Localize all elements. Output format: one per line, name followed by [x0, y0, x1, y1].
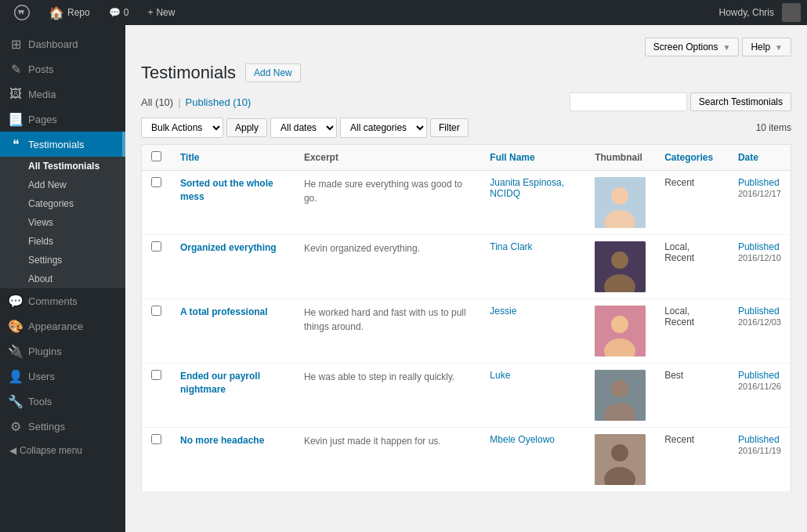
add-new-button[interactable]: Add New: [245, 63, 301, 82]
row-excerpt: He was able to step in really quickly.: [304, 371, 455, 382]
row-title-link[interactable]: A total professional: [180, 306, 285, 319]
help-button[interactable]: Help ▼: [742, 38, 791, 56]
row-excerpt: He made sure everything was good to go.: [304, 179, 462, 204]
row-date: 2016/11/26: [738, 382, 781, 391]
submenu-fields[interactable]: Fields: [0, 232, 125, 251]
row-excerpt: He worked hard and fast with us to pull …: [304, 307, 466, 332]
row-thumbnail-cell: [585, 171, 655, 235]
actions-bar: Bulk Actions Apply All dates All categor…: [141, 118, 791, 138]
row-title-link[interactable]: Ended our payroll nightmare: [180, 370, 285, 396]
row-categories-cell: Best: [655, 364, 729, 428]
sidebar-item-comments[interactable]: 💬 Comments: [0, 288, 125, 313]
row-date: 2016/11/19: [738, 446, 781, 455]
user-avatar[interactable]: [782, 3, 801, 22]
apply-button[interactable]: Apply: [226, 118, 267, 137]
row-excerpt-cell: He was able to step in really quickly.: [295, 364, 480, 428]
col-excerpt: Excerpt: [295, 145, 480, 171]
row-checkbox-cell: [142, 235, 172, 299]
table-header-row: Title Excerpt Full Name Thumbnail Catego…: [142, 145, 791, 171]
check-all-checkbox[interactable]: [151, 151, 161, 161]
filter-button[interactable]: Filter: [430, 118, 469, 137]
row-status: Published: [738, 177, 780, 188]
row-fullname[interactable]: Luke: [490, 370, 510, 381]
row-title-link[interactable]: Sorted out the whole mess: [180, 177, 285, 204]
submenu-all-testimonials[interactable]: All Testimonials: [0, 157, 125, 176]
screen-options-button[interactable]: Screen Options ▼: [645, 38, 740, 56]
row-checkbox[interactable]: [151, 241, 161, 252]
page-title: Testimonials: [141, 63, 236, 83]
new-content-button[interactable]: + New: [139, 0, 183, 25]
row-excerpt-cell: Kevin just made it happen for us.: [295, 428, 480, 492]
row-fullname[interactable]: Tina Clark: [490, 241, 532, 252]
settings-icon: ⚙: [9, 420, 22, 432]
filter-all[interactable]: All (10): [141, 96, 173, 108]
sidebar-item-plugins[interactable]: 🔌 Plugins: [0, 338, 125, 364]
table-row: A total professional He worked hard and …: [142, 299, 791, 364]
col-categories[interactable]: Categories: [655, 145, 729, 171]
sidebar-item-settings[interactable]: ⚙ Settings: [0, 414, 125, 439]
help-chevron: ▼: [775, 43, 783, 52]
table-row: Organized everything Kevin organized eve…: [142, 235, 791, 299]
sidebar-item-users[interactable]: 👤 Users: [0, 364, 125, 389]
svg-point-13: [611, 444, 628, 461]
comments-button[interactable]: 💬 0: [101, 0, 137, 25]
col-thumbnail: Thumbnail: [585, 145, 655, 171]
row-checkbox-cell: [142, 364, 172, 428]
plugins-icon: 🔌: [9, 345, 22, 357]
row-fullname[interactable]: Jessie: [490, 306, 516, 317]
row-date-cell: Published 2016/11/26: [729, 364, 791, 428]
row-status: Published: [738, 370, 780, 381]
all-dates-select[interactable]: All dates: [270, 118, 337, 138]
search-box: Search Testimonials: [570, 92, 791, 111]
row-checkbox[interactable]: [151, 370, 161, 380]
sidebar-item-dashboard[interactable]: ⊞ Dashboard: [0, 31, 125, 56]
row-fullname[interactable]: Juanita Espinosa, NCIDQ: [490, 177, 564, 199]
submenu-views[interactable]: Views: [0, 213, 125, 232]
submenu-categories[interactable]: Categories: [0, 194, 125, 213]
sidebar-item-appearance[interactable]: 🎨 Appearance: [0, 313, 125, 338]
row-excerpt-cell: He worked hard and fast with us to pull …: [295, 299, 480, 364]
all-categories-select[interactable]: All categories: [340, 118, 427, 138]
row-thumbnail-cell: [585, 428, 655, 492]
row-checkbox[interactable]: [151, 177, 161, 187]
sidebar-item-pages[interactable]: 📃 Pages: [0, 107, 125, 132]
bulk-actions-select[interactable]: Bulk Actions: [141, 118, 223, 138]
row-date-cell: Published 2016/12/17: [729, 171, 791, 235]
row-thumbnail: [595, 434, 646, 485]
sidebar-item-posts[interactable]: ✎ Posts: [0, 56, 125, 81]
row-checkbox[interactable]: [151, 306, 161, 316]
row-fullname[interactable]: Mbele Oyelowo: [490, 434, 555, 445]
page-header: Testimonials Add New: [141, 63, 791, 83]
collapse-icon: ◀: [9, 445, 16, 456]
row-title-link[interactable]: Organized everything: [180, 241, 285, 255]
dashboard-icon: ⊞: [9, 38, 22, 50]
posts-icon: ✎: [9, 63, 22, 75]
sidebar-item-media[interactable]: 🖼 Media: [0, 81, 125, 107]
row-fullname-cell: Mbele Oyelowo: [480, 428, 585, 492]
search-input[interactable]: [570, 92, 687, 111]
col-title[interactable]: Title: [171, 145, 295, 171]
search-button[interactable]: Search Testimonials: [690, 92, 791, 111]
testimonials-icon: ❝: [9, 138, 22, 150]
row-fullname-cell: Juanita Espinosa, NCIDQ: [480, 171, 585, 235]
site-name-button[interactable]: 🏠 Repo: [41, 0, 98, 25]
col-full-name[interactable]: Full Name: [480, 145, 585, 171]
row-fullname-cell: Tina Clark: [480, 235, 585, 299]
sidebar-item-tools[interactable]: 🔧 Tools: [0, 389, 125, 414]
admin-bar: 🏠 Repo 💬 0 + New Howdy, Chris: [0, 0, 807, 25]
filter-published[interactable]: Published (10): [186, 96, 252, 108]
sidebar-item-testimonials[interactable]: ❝ Testimonials: [0, 132, 125, 157]
row-thumbnail: [595, 370, 646, 421]
wp-logo-button[interactable]: [6, 0, 38, 25]
col-date[interactable]: Date: [729, 145, 791, 171]
row-title-link[interactable]: No more headache: [180, 434, 285, 447]
submenu-settings[interactable]: Settings: [0, 251, 125, 270]
pages-icon: 📃: [9, 113, 22, 125]
tools-icon: 🔧: [9, 395, 22, 407]
row-checkbox[interactable]: [151, 434, 161, 444]
submenu-about[interactable]: About: [0, 270, 125, 288]
collapse-menu-button[interactable]: ◀ Collapse menu: [0, 439, 125, 462]
users-icon: 👤: [9, 370, 22, 382]
top-bar: Screen Options ▼ Help ▼: [141, 38, 791, 56]
submenu-add-new[interactable]: Add New: [0, 176, 125, 194]
